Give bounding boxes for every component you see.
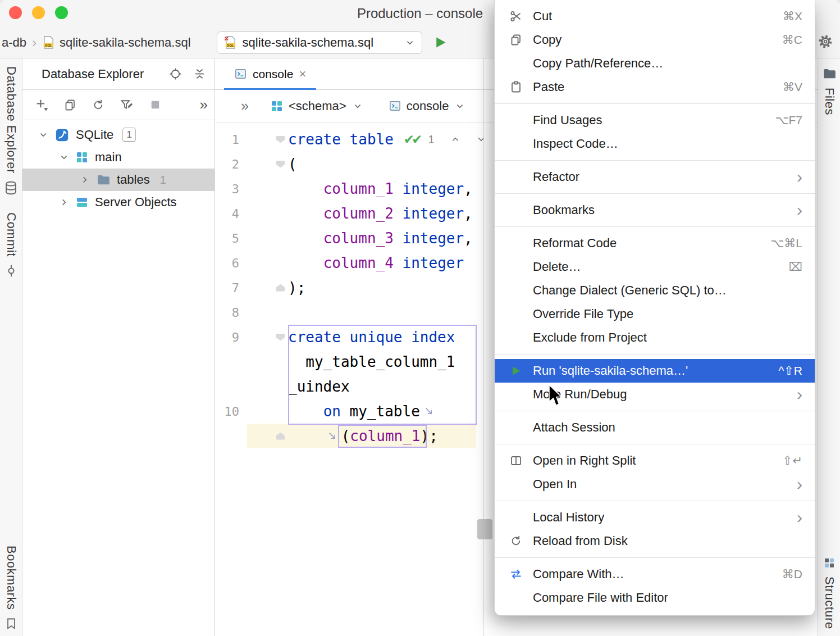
- editor-toolbar-overflow-icon[interactable]: »: [241, 98, 249, 114]
- menu-item-run-sqlite-sakila-schema[interactable]: Run 'sqlite-sakila-schema…'^⇧R: [495, 359, 815, 383]
- tool-stripe-button-bookmarks[interactable]: Bookmarks: [4, 546, 19, 630]
- code-line[interactable]: 10 on my_table: [215, 399, 476, 424]
- schema-switcher[interactable]: <schema>: [270, 99, 364, 113]
- menu-item-compare-file-with-editor[interactable]: Compare File with Editor: [495, 586, 815, 610]
- left-tool-stripe: Database ExplorerCommitBookmarks: [0, 58, 22, 636]
- database-explorer-header: Database Explorer: [22, 58, 214, 90]
- menu-item-reformat-code[interactable]: Reformat Code⌥⌘L: [495, 231, 815, 255]
- database-icon: [3, 180, 19, 196]
- toolbar-overflow-icon[interactable]: »: [200, 96, 208, 113]
- files-folder-icon: [822, 66, 837, 81]
- menu-item-label: Local History: [533, 510, 786, 525]
- menu-item-local-history[interactable]: Local History›: [495, 506, 815, 529]
- menu-item-more-run-debug[interactable]: More Run/Debug›: [495, 383, 815, 406]
- code-line[interactable]: 8: [215, 300, 476, 325]
- menu-item-bookmarks[interactable]: Bookmarks›: [495, 198, 815, 222]
- locate-target-icon[interactable]: [168, 67, 182, 81]
- breadcrumb-project[interactable]: a-db: [2, 35, 26, 50]
- menu-item-attach-session[interactable]: Attach Session: [495, 416, 815, 439]
- menu-item-copy-path-reference[interactable]: Copy Path/Reference…: [495, 52, 815, 75]
- stripe-label: Commit: [4, 212, 19, 257]
- tool-stripe-button-database-explorer[interactable]: Database Explorer: [3, 66, 19, 196]
- menu-item-label: Inspect Code…: [533, 137, 802, 151]
- code-line[interactable]: 1create table✔✔1: [215, 127, 476, 152]
- code-line[interactable]: 6 column_4 integer: [215, 251, 476, 275]
- sqlite-icon: [54, 128, 70, 143]
- menu-separator: [495, 557, 815, 558]
- menu-item-reload-from-disk[interactable]: Reload from Disk: [495, 529, 815, 553]
- menu-item-shortcut: ⌥F7: [775, 113, 802, 127]
- breadcrumb-separator-icon: ›: [32, 35, 36, 51]
- tree-item-tables[interactable]: tables1: [22, 169, 214, 191]
- filter-icon[interactable]: [120, 98, 134, 112]
- code-line[interactable]: 4 column_2 integer,: [215, 201, 476, 226]
- code-line[interactable]: 5 column_3 integer,: [215, 226, 476, 251]
- menu-item-inspect-code[interactable]: Inspect Code…: [495, 132, 815, 156]
- menu-item-shortcut: ⌥⌘L: [770, 237, 802, 250]
- fold-marker-icon[interactable]: [276, 284, 285, 292]
- menu-item-label: Change Dialect (Generic SQL) to…: [533, 283, 802, 298]
- breadcrumb-file[interactable]: sqlite-sakila-schema.sql: [60, 35, 191, 50]
- menu-item-find-usages[interactable]: Find Usages⌥F7: [495, 108, 815, 132]
- tool-stripe-button-structure[interactable]: Structure: [822, 556, 837, 629]
- add-icon[interactable]: [35, 98, 49, 112]
- close-tab-icon[interactable]: ×: [299, 67, 306, 81]
- explorer-tree: SQLite1maintables1Server Objects: [22, 120, 214, 213]
- tree-item-server-objects[interactable]: Server Objects: [22, 191, 214, 213]
- right-tool-stripe: FilesStructure: [818, 58, 840, 636]
- menu-item-compare-with[interactable]: Compare With…⌘D: [495, 562, 815, 586]
- menu-item-cut[interactable]: Cut⌘X: [495, 4, 815, 28]
- editor-scrollbar-thumb[interactable]: [477, 519, 492, 539]
- wrap-icon: [423, 405, 435, 417]
- folder-tree-icon: [96, 172, 111, 187]
- menu-item-open-in-right-split[interactable]: Open in Right Split⇧↵: [495, 449, 815, 473]
- session-switcher[interactable]: console: [389, 99, 467, 113]
- menu-item-label: Open in Right Split: [533, 453, 771, 468]
- code-line[interactable]: 7);: [215, 275, 476, 300]
- fold-marker-icon[interactable]: [276, 433, 285, 440]
- code-line[interactable]: (column_1);: [215, 424, 476, 448]
- code-line[interactable]: 2(: [215, 152, 476, 176]
- menu-item-exclude-from-project[interactable]: Exclude from Project: [495, 326, 815, 349]
- menu-item-paste[interactable]: Paste⌘V: [495, 75, 815, 99]
- tree-item-sqlite[interactable]: SQLite1: [22, 124, 214, 146]
- menu-item-change-dialect-generic-sql-to[interactable]: Change Dialect (Generic SQL) to…: [495, 279, 815, 302]
- menu-item-override-file-type[interactable]: Override File Type: [495, 302, 815, 326]
- tree-item-label: tables: [117, 172, 150, 187]
- run-configuration-select[interactable]: SQL sqlite-sakila-schema.sql: [217, 31, 422, 54]
- menu-item-copy[interactable]: Copy⌘C: [495, 28, 815, 52]
- code-line[interactable]: 3 column_1 integer,: [215, 176, 476, 201]
- tool-stripe-button-commit[interactable]: Commit: [4, 212, 19, 278]
- submenu-arrow-icon: ›: [797, 202, 802, 219]
- stop-icon[interactable]: [148, 98, 162, 112]
- fold-marker-icon[interactable]: [276, 136, 285, 143]
- menu-separator: [495, 501, 815, 501]
- menu-item-label: Exclude from Project: [533, 330, 802, 345]
- menu-item-delete[interactable]: Delete…⌧: [495, 255, 815, 279]
- annot-down-icon[interactable]: [475, 133, 487, 146]
- run-button[interactable]: [432, 34, 449, 51]
- refresh-icon[interactable]: [92, 98, 105, 112]
- settings-gear-icon[interactable]: [818, 34, 833, 49]
- inspection-widget[interactable]: ✔✔1: [404, 132, 487, 147]
- menu-item-refactor[interactable]: Refactor›: [495, 165, 815, 189]
- session-switcher-label: console: [407, 99, 449, 113]
- console-file-icon: [234, 67, 247, 80]
- fold-marker-icon[interactable]: [276, 161, 285, 168]
- code-line[interactable]: 9create unique index: [215, 325, 476, 349]
- compare-icon: [509, 567, 523, 581]
- code-line[interactable]: _uindex: [215, 374, 476, 399]
- collapse-all-icon[interactable]: [193, 67, 207, 81]
- tool-stripe-button-files[interactable]: Files: [822, 66, 837, 115]
- menu-item-label: Open In: [533, 477, 786, 492]
- tree-item-main[interactable]: main: [22, 146, 214, 169]
- menu-item-open-in[interactable]: Open In›: [495, 473, 815, 496]
- code-line[interactable]: my_table_column_1: [215, 349, 476, 374]
- context-menu: Cut⌘XCopy⌘CCopy Path/Reference…Paste⌘VFi…: [494, 0, 815, 616]
- copy-icon[interactable]: [63, 98, 77, 112]
- svg-text:SQL: SQL: [45, 43, 52, 47]
- menu-item-shortcut: ⇧↵: [783, 454, 802, 467]
- tab-console[interactable]: console ×: [224, 58, 316, 90]
- annot-up-icon[interactable]: [449, 133, 462, 146]
- fold-marker-icon[interactable]: [276, 334, 285, 341]
